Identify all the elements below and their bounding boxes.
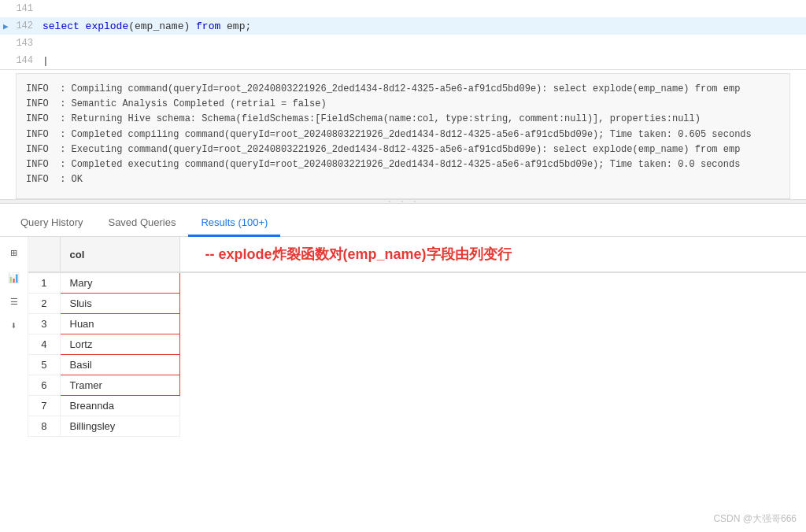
cell-empty — [179, 396, 806, 416]
line-number: 141 — [14, 3, 38, 14]
row-number: 7 — [28, 396, 60, 416]
tabs-bar: Query HistorySaved QueriesResults (100+) — [0, 204, 806, 237]
log-line: INFO : Executing command(queryId=root_20… — [26, 142, 780, 157]
log-line: INFO : Returning Hive schema: Schema(fie… — [26, 112, 780, 127]
log-line: INFO : Completed executing command(query… — [26, 157, 780, 172]
run-icon[interactable]: ▶ — [3, 21, 14, 31]
annotation-text: -- explode炸裂函数对(emp_name)字段由列变行 — [190, 242, 797, 267]
line-number: 142 — [14, 20, 38, 31]
table-row: 4Lortz — [28, 334, 806, 355]
table-header-row: col -- explode炸裂函数对(emp_name)字段由列变行 — [28, 237, 806, 272]
cell-value: Tramer — [60, 375, 179, 396]
line-content: select explode(emp_name) from emp; — [43, 20, 251, 32]
table-row: 5Basil — [28, 355, 806, 375]
cell-value: Huan — [60, 314, 179, 334]
row-number: 1 — [28, 272, 60, 294]
row-number: 2 — [28, 294, 60, 314]
results-area: ⊞ 📊 ☰ ⬇ col -- explode炸裂函数对(emp_name)字段由… — [0, 237, 806, 437]
cell-empty — [179, 375, 806, 396]
table-row: 6Tramer — [28, 375, 806, 396]
row-number: 6 — [28, 375, 60, 396]
cell-value: Billingsley — [60, 416, 179, 437]
table-row: 3Huan — [28, 314, 806, 334]
cell-empty — [179, 334, 806, 355]
row-number: 8 — [28, 416, 60, 437]
code-line-143: 143 — [0, 35, 806, 52]
cell-value: Breannda — [60, 396, 179, 416]
log-line: INFO : OK — [26, 172, 780, 187]
row-number: 4 — [28, 334, 60, 355]
table-row: 7Breannda — [28, 396, 806, 416]
line-content: | — [43, 55, 49, 67]
code-line-144: 144| — [0, 52, 806, 69]
tab-results-100plus[interactable]: Results (100+) — [188, 210, 280, 237]
cell-value: Basil — [60, 355, 179, 375]
table-row: 2Sluis — [28, 294, 806, 314]
log-area: INFO : Compiling command(queryId=root_20… — [16, 73, 790, 199]
cell-empty — [179, 355, 806, 375]
cell-empty — [179, 416, 806, 437]
code-line-141: 141 — [0, 0, 806, 17]
annotation-header: -- explode炸裂函数对(emp_name)字段由列变行 — [179, 237, 806, 272]
table-container: col -- explode炸裂函数对(emp_name)字段由列变行 1Mar… — [28, 237, 806, 437]
download-icon[interactable]: ⬇ — [8, 316, 20, 335]
line-number: 143 — [14, 38, 38, 49]
grid-icon[interactable]: ⊞ — [7, 243, 20, 263]
cell-empty — [179, 294, 806, 314]
cell-empty — [179, 314, 806, 334]
tab-query-history[interactable]: Query History — [8, 210, 95, 237]
cell-value: Sluis — [60, 294, 179, 314]
cell-value: Mary — [60, 272, 179, 294]
table-row: 8Billingsley — [28, 416, 806, 437]
table-icon[interactable]: ☰ — [7, 294, 21, 310]
code-editor: 141▶142select explode(emp_name) from emp… — [0, 0, 806, 70]
log-line: INFO : Semantic Analysis Completed (retr… — [26, 97, 780, 112]
col-header: col — [60, 237, 179, 272]
line-number: 144 — [14, 55, 38, 66]
row-num-header — [28, 237, 60, 272]
drag-dots-icon: · · · — [387, 198, 419, 206]
tab-saved-queries[interactable]: Saved Queries — [95, 210, 188, 237]
cell-value: Lortz — [60, 334, 179, 355]
table-row: 1Mary — [28, 272, 806, 294]
log-line: INFO : Compiling command(queryId=root_20… — [26, 82, 780, 97]
results-table: col -- explode炸裂函数对(emp_name)字段由列变行 1Mar… — [28, 237, 806, 437]
left-toolbar: ⊞ 📊 ☰ ⬇ — [0, 237, 28, 437]
cell-empty — [179, 272, 806, 294]
row-number: 5 — [28, 355, 60, 375]
row-number: 3 — [28, 314, 60, 334]
chart-icon[interactable]: 📊 — [5, 269, 23, 287]
code-line-142: ▶142select explode(emp_name) from emp; — [0, 17, 806, 35]
log-line: INFO : Completed compiling command(query… — [26, 127, 780, 142]
